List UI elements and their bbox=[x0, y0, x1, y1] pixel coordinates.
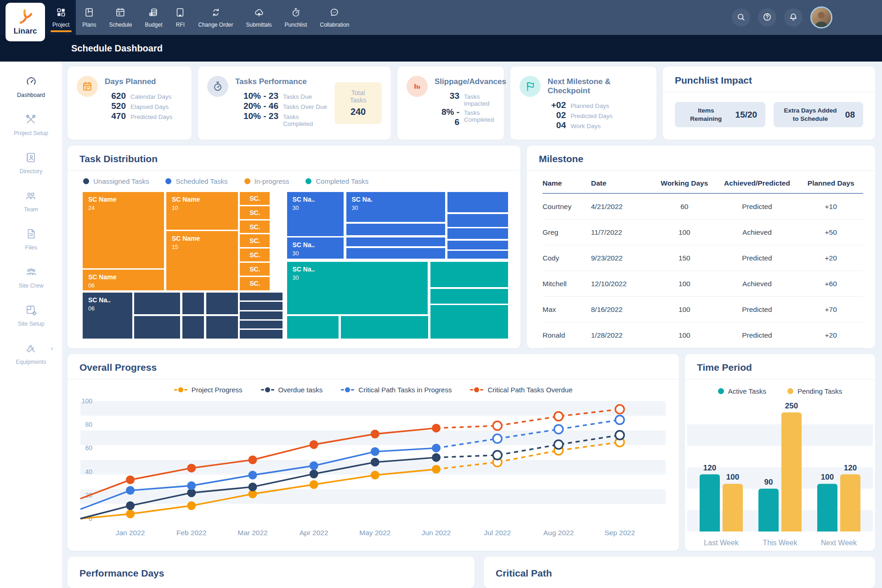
treemap-cell[interactable] bbox=[430, 261, 509, 288]
nav-tab-label: RFI bbox=[176, 22, 185, 28]
milestone-table: NameDateWorking DaysAchieved/PredictedPl… bbox=[527, 171, 875, 348]
task-distribution-legend-item[interactable]: Completed Tasks bbox=[305, 177, 368, 185]
treemap-cell[interactable] bbox=[287, 316, 339, 339]
task-distribution-legend-item[interactable]: In-progress bbox=[244, 177, 289, 185]
overall-progress-legend-item[interactable]: Overdue tasks bbox=[261, 386, 323, 394]
nav-tab-submittals[interactable]: Submittals bbox=[240, 0, 278, 35]
treemap-cell[interactable] bbox=[447, 250, 509, 259]
treemap-cell[interactable]: SC. bbox=[239, 262, 270, 276]
treemap-cell[interactable] bbox=[447, 192, 509, 213]
days-planned-card: Days Planned 620Calendar Days520Elapsed … bbox=[68, 67, 192, 140]
treemap-cell[interactable]: SC. bbox=[239, 206, 270, 220]
treemap-cell[interactable] bbox=[340, 316, 428, 339]
overall-progress-legend-item[interactable]: Project Progress bbox=[174, 386, 243, 394]
help-button[interactable] bbox=[758, 8, 776, 27]
dashboard-icon bbox=[25, 75, 37, 89]
milestone-cell: Max bbox=[543, 305, 591, 314]
nav-tab-plans[interactable]: Plans bbox=[76, 0, 102, 35]
treemap-cell[interactable]: SC. bbox=[239, 277, 270, 291]
overall-progress-legend-item[interactable]: Critical Path Tasks Overdue bbox=[470, 386, 572, 394]
sidebar-item-files[interactable]: Files bbox=[25, 228, 37, 251]
sidebar-item-label: Directory bbox=[19, 168, 42, 175]
overall-progress-legend-item[interactable]: Critical Path Tasks in Progress bbox=[341, 386, 452, 394]
legend-line-marker-icon bbox=[261, 387, 274, 392]
notifications-button[interactable] bbox=[784, 8, 803, 27]
nav-tab-schedule[interactable]: Schedule bbox=[102, 0, 138, 35]
stat-value: 8% - 6 bbox=[435, 107, 459, 127]
treemap-cell-label: SC Name bbox=[172, 196, 235, 203]
treemap-cell[interactable] bbox=[206, 292, 238, 315]
next-milestone-card: Next Milestone & Checkpoint +02Planned D… bbox=[510, 67, 656, 140]
nav-tab-project[interactable]: Project bbox=[46, 0, 76, 35]
treemap-cell[interactable] bbox=[447, 214, 509, 227]
treemap-cell[interactable]: SC Na..30 bbox=[287, 192, 344, 237]
treemap-cell[interactable] bbox=[206, 316, 238, 339]
nav-tab-punchlist[interactable]: Punchlist bbox=[278, 0, 314, 35]
treemap-cell[interactable]: SC Name15 bbox=[166, 231, 238, 291]
nav-tab-change-order[interactable]: Change Order bbox=[192, 0, 239, 35]
search-button[interactable] bbox=[732, 8, 750, 27]
treemap-cell[interactable] bbox=[134, 292, 181, 315]
time-period-legend-item[interactable]: Pending Tasks bbox=[787, 387, 842, 395]
treemap-cell[interactable]: SC Name10 bbox=[166, 192, 238, 230]
treemap-cell[interactable] bbox=[346, 248, 446, 259]
task-distribution-legend-item[interactable]: Unassigned Tasks bbox=[83, 177, 149, 185]
treemap-cell[interactable]: SC Name06 bbox=[82, 269, 164, 291]
page-header: Schedule Dashboard bbox=[0, 35, 882, 62]
treemap-cell[interactable] bbox=[239, 329, 283, 339]
treemap-cell[interactable] bbox=[346, 237, 446, 247]
sidebar-item-directory[interactable]: Directory bbox=[19, 152, 42, 175]
linarc-logo[interactable]: Linarc bbox=[6, 3, 45, 41]
task-distribution-panel: Task Distribution Unassigned TasksSchedu… bbox=[68, 146, 520, 348]
sidebar-item-project-setup[interactable]: Project Setup bbox=[14, 113, 48, 136]
treemap-cell[interactable] bbox=[346, 223, 446, 236]
svg-text:250: 250 bbox=[785, 401, 798, 410]
stat-value: 470 bbox=[105, 111, 126, 121]
nav-tab-budget[interactable]: Budget bbox=[138, 0, 169, 35]
svg-text:120: 120 bbox=[844, 464, 857, 472]
sidebar-item-team[interactable]: Team bbox=[24, 190, 38, 213]
treemap-cell[interactable] bbox=[182, 292, 204, 315]
user-avatar[interactable] bbox=[810, 6, 832, 28]
treemap-cell[interactable] bbox=[239, 301, 283, 310]
treemap-cell[interactable] bbox=[430, 288, 509, 304]
card-title: Days Planned bbox=[105, 77, 173, 86]
milestone-row: Ronald1/28/2022100Predicted+20 bbox=[543, 322, 863, 348]
total-tasks-label: Total Tasks bbox=[343, 89, 373, 104]
card-title: Slippage/Advances bbox=[435, 77, 506, 86]
treemap-cell[interactable]: SC. bbox=[239, 248, 270, 262]
nav-tab-collabration[interactable]: Collabration bbox=[313, 0, 356, 35]
nav-tab-rfi[interactable]: RFI bbox=[169, 0, 192, 35]
treemap-cell[interactable] bbox=[239, 320, 283, 329]
treemap-cell[interactable]: SC Na..30 bbox=[287, 261, 428, 315]
sidebar-item-dashboard[interactable]: Dashboard bbox=[17, 75, 45, 98]
stat-value: 33 bbox=[435, 91, 459, 101]
nav-tab-label: Collabration bbox=[320, 22, 349, 28]
project-icon bbox=[56, 7, 66, 19]
task-distribution-legend-item[interactable]: Scheduled Tasks bbox=[165, 177, 227, 185]
treemap-cell[interactable] bbox=[447, 228, 509, 239]
treemap-cell[interactable]: SC Na..06 bbox=[82, 292, 133, 339]
sidebar-item-site-crew[interactable]: Site Crew bbox=[18, 266, 43, 289]
milestone-cell: Predicted bbox=[716, 203, 799, 211]
sidebar-item-site-setup[interactable]: Site Setup bbox=[18, 304, 45, 327]
sidebar-item-equipments[interactable]: ›Equipments bbox=[16, 342, 46, 365]
milestone-cell: 1/28/2022 bbox=[591, 331, 653, 339]
treemap-cell[interactable]: SC Na.30 bbox=[346, 192, 446, 222]
treemap-cell[interactable]: SC. bbox=[239, 234, 270, 248]
treemap-cell[interactable] bbox=[182, 316, 204, 339]
treemap-cell[interactable] bbox=[447, 240, 509, 250]
time-period-legend-item[interactable]: Active Tasks bbox=[718, 387, 766, 395]
legend-label: Completed Tasks bbox=[316, 177, 368, 185]
treemap-cell[interactable]: SC Name24 bbox=[82, 192, 164, 269]
treemap-cell[interactable] bbox=[239, 311, 283, 320]
treemap-cell[interactable]: SC Na..30 bbox=[287, 237, 344, 259]
legend-dot-icon bbox=[305, 178, 311, 184]
treemap-cell[interactable]: SC. bbox=[239, 220, 270, 234]
punchlist-stat-value: 08 bbox=[845, 110, 855, 120]
treemap-cell[interactable] bbox=[239, 292, 283, 301]
treemap-cell[interactable]: SC. bbox=[239, 192, 270, 205]
treemap-cell[interactable] bbox=[430, 305, 509, 339]
treemap-cell[interactable] bbox=[134, 316, 181, 339]
milestone-panel: Milestone NameDateWorking DaysAchieved/P… bbox=[527, 146, 875, 348]
